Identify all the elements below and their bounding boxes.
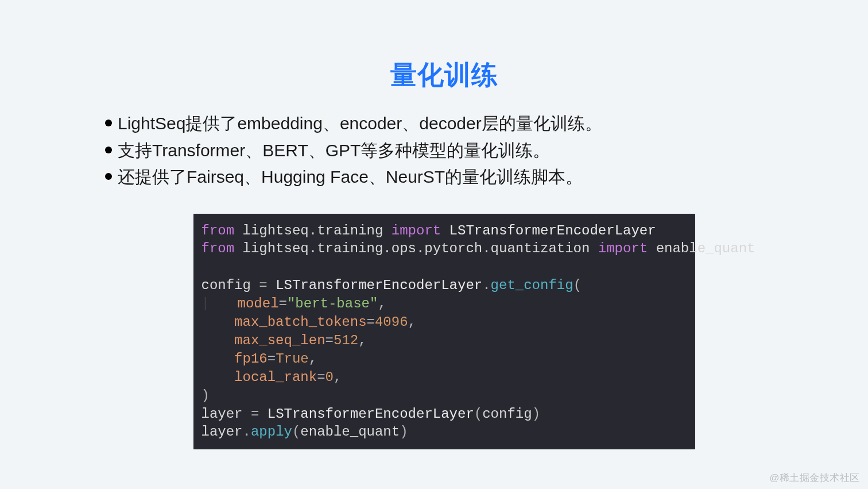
code-comma: ,: [334, 369, 342, 385]
bullet-dot-icon: [105, 120, 112, 126]
code-operator: =: [279, 296, 287, 311]
code-string: "bert-base": [287, 296, 378, 311]
code-ident: config: [202, 278, 259, 293]
code-indent: [202, 351, 235, 367]
code-number: 512: [334, 333, 358, 348]
bullet-item: 还提供了Fairseq、Hugging Face、NeurST的量化训练脚本。: [105, 164, 788, 191]
code-class: LSTransformerEncoderLayer: [259, 406, 474, 422]
code-comma: ,: [408, 314, 416, 330]
bullet-list: LightSeq提供了embedding、encoder、decoder层的量化…: [105, 110, 788, 191]
bullet-text: 还提供了Fairseq、Hugging Face、NeurST的量化训练脚本。: [118, 164, 583, 191]
bullet-text: LightSeq提供了embedding、encoder、decoder层的量化…: [118, 110, 602, 137]
code-keyword: import: [392, 223, 441, 238]
code-module: lightseq.training.ops.pytorch.quantizati…: [234, 241, 598, 256]
code-indent: [202, 369, 235, 385]
code-class: LSTransformerEncoderLayer: [441, 223, 656, 238]
code-arg: fp16: [234, 351, 268, 367]
code-indent: [202, 333, 235, 348]
code-number: 0: [326, 369, 334, 385]
code-keyword: from: [202, 223, 235, 238]
code-paren: ): [400, 424, 408, 440]
code-paren: (: [574, 278, 582, 293]
watermark: @稀土掘金技术社区: [769, 471, 860, 484]
bullet-item: LightSeq提供了embedding、encoder、decoder层的量化…: [105, 110, 788, 137]
code-container: from lightseq.training import LSTransfor…: [100, 214, 788, 450]
code-operator: =: [268, 351, 276, 367]
code-ident: layer: [202, 406, 251, 422]
code-operator: =: [251, 406, 259, 422]
bullet-dot-icon: [105, 147, 112, 153]
code-keyword: import: [598, 241, 648, 256]
code-arg: max_seq_len: [234, 333, 325, 348]
slide-title: 量化训练: [100, 57, 788, 93]
code-arg: max_batch_tokens: [234, 314, 366, 330]
code-comma: ,: [358, 333, 366, 348]
code-number: 4096: [375, 314, 408, 330]
code-arg: model: [238, 296, 279, 311]
code-operator: =: [326, 333, 334, 348]
code-paren: ): [532, 406, 540, 422]
code-indent: [204, 296, 238, 311]
code-operator: =: [317, 369, 325, 385]
code-operator: =: [259, 278, 267, 293]
code-keyword: from: [202, 241, 235, 256]
code-ident: config: [482, 406, 532, 422]
code-module: lightseq.training: [234, 223, 392, 238]
code-arg: local_rank: [234, 369, 317, 385]
code-function: apply: [251, 424, 292, 440]
code-dot: .: [482, 278, 490, 293]
code-operator: =: [367, 314, 375, 330]
code-paren: (: [474, 406, 482, 422]
code-block: from lightseq.training import LSTransfor…: [193, 214, 695, 450]
code-dot: .: [243, 424, 251, 440]
code-comma: ,: [378, 296, 386, 311]
code-ident: layer: [202, 424, 243, 440]
bullet-dot-icon: [105, 173, 112, 180]
code-ident: enable_quant: [300, 424, 400, 440]
slide-content: 量化训练 LightSeq提供了embedding、encoder、decode…: [0, 0, 868, 449]
code-paren: ): [202, 388, 210, 403]
code-indent: [202, 314, 235, 330]
code-ident: enable_quant: [648, 241, 755, 256]
code-function: get_config: [491, 278, 574, 293]
code-bool: True: [276, 351, 309, 367]
code-paren: (: [292, 424, 300, 440]
code-comma: ,: [309, 351, 317, 367]
code-class: LSTransformerEncoderLayer: [268, 278, 482, 293]
bullet-text: 支持Transformer、BERT、GPT等多种模型的量化训练。: [118, 137, 550, 164]
bullet-item: 支持Transformer、BERT、GPT等多种模型的量化训练。: [105, 137, 788, 164]
